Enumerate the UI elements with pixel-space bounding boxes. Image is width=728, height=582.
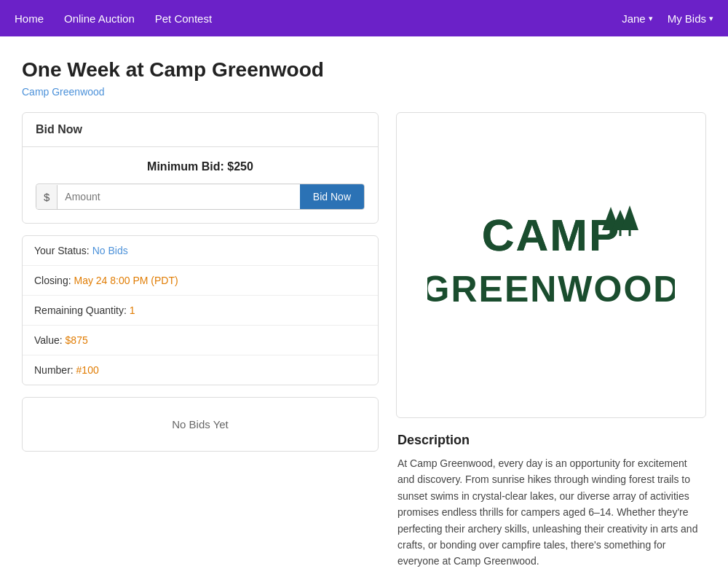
closing-label: Closing: — [34, 275, 71, 286]
your-status-value: No Bids — [92, 245, 128, 256]
bid-input-row: $ Bid Now — [36, 184, 365, 210]
description-text: At Camp Greenwood, every day is an oppor… — [397, 455, 705, 570]
navbar: Home Online Auction Pet Contest Jane My … — [0, 0, 728, 36]
nav-left: Home Online Auction Pet Contest — [15, 12, 212, 25]
user-menu[interactable]: Jane — [622, 12, 653, 25]
bid-now-button[interactable]: Bid Now — [300, 184, 364, 209]
status-row-closing: Closing: May 24 8:00 PM (PDT) — [23, 266, 378, 296]
left-column: Bid Now Minimum Bid: $250 $ Bid Now Your… — [22, 112, 379, 452]
svg-text:CAMP: CAMP — [482, 210, 621, 260]
camp-greenwood-logo: CAMP CAMP GREENWOOD — [427, 192, 675, 338]
page-title: One Week at Camp Greenwood — [22, 58, 706, 82]
right-column: CAMP CAMP GREENWOOD — [396, 112, 706, 582]
bid-now-card-body: Minimum Bid: $250 $ Bid Now — [23, 147, 378, 223]
svg-text:GREENWOOD: GREENWOOD — [427, 269, 675, 310]
main-content: One Week at Camp Greenwood Camp Greenwoo… — [7, 58, 721, 582]
your-status-label: Your Status: — [34, 245, 90, 256]
no-bids-text: No Bids Yet — [172, 418, 229, 430]
no-bids-card: No Bids Yet — [22, 397, 379, 452]
nav-right: Jane My Bids — [622, 12, 713, 25]
status-card: Your Status: No Bids Closing: May 24 8:0… — [22, 235, 379, 385]
closing-value: May 24 8:00 PM (PDT) — [74, 275, 178, 286]
description-title: Description — [397, 433, 705, 448]
number-value: #100 — [76, 364, 99, 376]
nav-online-auction[interactable]: Online Auction — [64, 12, 135, 25]
quantity-label: Remaining Quantity: — [34, 304, 127, 316]
camp-logo-card: CAMP CAMP GREENWOOD — [396, 112, 706, 418]
page-subtitle[interactable]: Camp Greenwood — [22, 86, 706, 98]
two-col-layout: Bid Now Minimum Bid: $250 $ Bid Now Your… — [22, 112, 706, 582]
quantity-value: 1 — [130, 304, 135, 316]
status-row-value: Value: $875 — [23, 326, 378, 355]
number-label: Number: — [34, 364, 74, 376]
status-row-your-status: Your Status: No Bids — [23, 236, 378, 266]
bid-now-card-header: Bid Now — [23, 113, 378, 147]
value-value: $875 — [66, 334, 88, 346]
my-bids-menu[interactable]: My Bids — [668, 12, 713, 25]
status-row-quantity: Remaining Quantity: 1 — [23, 296, 378, 326]
nav-pet-contest[interactable]: Pet Contest — [155, 12, 212, 25]
bid-now-card: Bid Now Minimum Bid: $250 $ Bid Now — [22, 112, 379, 224]
min-bid-label: Minimum Bid: $250 — [36, 160, 365, 173]
status-row-number: Number: #100 — [23, 355, 378, 385]
value-label: Value: — [34, 334, 63, 346]
nav-home[interactable]: Home — [15, 12, 44, 25]
status-table: Your Status: No Bids Closing: May 24 8:0… — [23, 236, 378, 385]
dollar-sign: $ — [36, 185, 58, 209]
description-section: Description At Camp Greenwood, every day… — [396, 433, 706, 570]
amount-input[interactable] — [58, 185, 300, 208]
